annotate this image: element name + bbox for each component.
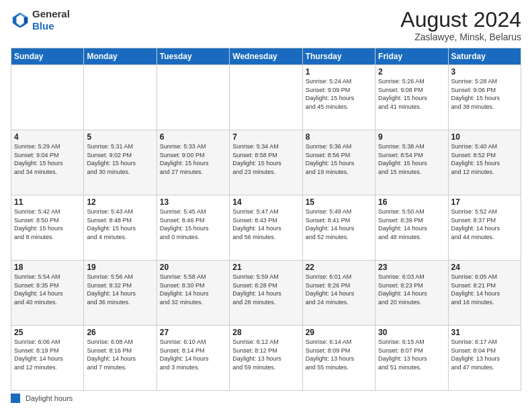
day-number: 8: [306, 132, 372, 142]
day-info: Sunrise: 5:58 AM Sunset: 8:30 PM Dayligh…: [160, 273, 226, 306]
calendar-cell: 25Sunrise: 6:06 AM Sunset: 8:19 PM Dayli…: [11, 326, 84, 391]
day-number: 28: [232, 328, 299, 337]
footer-label: Daylight hours: [26, 394, 73, 402]
day-info: Sunrise: 5:56 AM Sunset: 8:32 PM Dayligh…: [87, 273, 153, 306]
calendar-cell: 24Sunrise: 6:05 AM Sunset: 8:21 PM Dayli…: [448, 261, 521, 326]
calendar-cell: [230, 65, 302, 130]
calendar-table: SundayMondayTuesdayWednesdayThursdayFrid…: [11, 48, 521, 391]
day-number: 5: [87, 132, 153, 142]
day-number: 27: [160, 328, 226, 337]
day-number: 20: [160, 263, 226, 272]
day-number: 13: [160, 197, 226, 207]
header: General Blue August 2024 Zaslawye, Minsk…: [11, 8, 521, 42]
calendar-cell: 9Sunrise: 5:38 AM Sunset: 8:54 PM Daylig…: [375, 130, 448, 195]
day-info: Sunrise: 6:03 AM Sunset: 8:23 PM Dayligh…: [378, 273, 445, 306]
calendar-cell: 7Sunrise: 5:34 AM Sunset: 8:58 PM Daylig…: [230, 130, 302, 195]
footer: Daylight hours: [11, 394, 521, 403]
day-info: Sunrise: 5:47 AM Sunset: 8:43 PM Dayligh…: [232, 208, 299, 241]
day-info: Sunrise: 5:34 AM Sunset: 8:58 PM Dayligh…: [232, 142, 299, 176]
calendar-day-header: Saturday: [448, 48, 521, 65]
logo-icon: [11, 11, 30, 30]
day-number: 10: [451, 132, 518, 142]
day-info: Sunrise: 5:26 AM Sunset: 9:08 PM Dayligh…: [378, 77, 445, 111]
daylight-indicator: [11, 394, 20, 403]
calendar-week-row: 1Sunrise: 5:24 AM Sunset: 9:09 PM Daylig…: [11, 65, 521, 130]
day-info: Sunrise: 5:43 AM Sunset: 8:48 PM Dayligh…: [87, 208, 153, 241]
day-info: Sunrise: 6:01 AM Sunset: 8:26 PM Dayligh…: [306, 273, 372, 306]
day-info: Sunrise: 5:49 AM Sunset: 8:41 PM Dayligh…: [306, 208, 372, 241]
day-number: 7: [232, 132, 299, 142]
day-info: Sunrise: 6:12 AM Sunset: 8:12 PM Dayligh…: [232, 338, 299, 371]
day-number: 22: [306, 263, 372, 272]
day-number: 14: [232, 197, 299, 207]
subtitle: Zaslawye, Minsk, Belarus: [400, 32, 521, 42]
calendar-cell: 15Sunrise: 5:49 AM Sunset: 8:41 PM Dayli…: [302, 195, 375, 261]
day-info: Sunrise: 5:36 AM Sunset: 8:56 PM Dayligh…: [306, 142, 372, 176]
calendar-week-row: 11Sunrise: 5:42 AM Sunset: 8:50 PM Dayli…: [11, 195, 521, 261]
calendar-cell: 12Sunrise: 5:43 AM Sunset: 8:48 PM Dayli…: [84, 195, 157, 261]
calendar-cell: 2Sunrise: 5:26 AM Sunset: 9:08 PM Daylig…: [375, 65, 448, 130]
day-info: Sunrise: 6:14 AM Sunset: 8:09 PM Dayligh…: [306, 338, 372, 371]
day-number: 15: [306, 197, 372, 207]
calendar-day-header: Wednesday: [230, 48, 302, 65]
day-number: 21: [232, 263, 299, 272]
calendar-cell: 21Sunrise: 5:59 AM Sunset: 8:28 PM Dayli…: [230, 261, 302, 326]
calendar-cell: 5Sunrise: 5:31 AM Sunset: 9:02 PM Daylig…: [84, 130, 157, 195]
calendar-cell: 26Sunrise: 6:08 AM Sunset: 8:16 PM Dayli…: [84, 326, 157, 391]
calendar-cell: [84, 65, 157, 130]
day-number: 16: [378, 197, 445, 207]
logo: General Blue: [11, 8, 70, 32]
day-number: 18: [14, 263, 81, 272]
day-number: 29: [306, 328, 372, 337]
day-info: Sunrise: 6:05 AM Sunset: 8:21 PM Dayligh…: [451, 273, 518, 306]
main-title: August 2024: [400, 8, 521, 32]
day-info: Sunrise: 6:17 AM Sunset: 8:04 PM Dayligh…: [451, 338, 518, 371]
day-number: 12: [87, 197, 153, 207]
calendar-cell: 27Sunrise: 6:10 AM Sunset: 8:14 PM Dayli…: [157, 326, 229, 391]
day-number: 9: [378, 132, 445, 142]
calendar-cell: 14Sunrise: 5:47 AM Sunset: 8:43 PM Dayli…: [230, 195, 302, 261]
calendar-cell: 28Sunrise: 6:12 AM Sunset: 8:12 PM Dayli…: [230, 326, 302, 391]
calendar-week-row: 18Sunrise: 5:54 AM Sunset: 8:35 PM Dayli…: [11, 261, 521, 326]
calendar-week-row: 25Sunrise: 6:06 AM Sunset: 8:19 PM Dayli…: [11, 326, 521, 391]
day-info: Sunrise: 5:33 AM Sunset: 9:00 PM Dayligh…: [160, 142, 226, 176]
calendar-cell: 3Sunrise: 5:28 AM Sunset: 9:06 PM Daylig…: [448, 65, 521, 130]
calendar-cell: 6Sunrise: 5:33 AM Sunset: 9:00 PM Daylig…: [157, 130, 229, 195]
day-info: Sunrise: 5:40 AM Sunset: 8:52 PM Dayligh…: [451, 142, 518, 176]
day-number: 2: [378, 67, 445, 77]
calendar-cell: 23Sunrise: 6:03 AM Sunset: 8:23 PM Dayli…: [375, 261, 448, 326]
day-number: 25: [14, 328, 81, 337]
calendar-cell: 31Sunrise: 6:17 AM Sunset: 8:04 PM Dayli…: [448, 326, 521, 391]
day-info: Sunrise: 6:06 AM Sunset: 8:19 PM Dayligh…: [14, 338, 81, 371]
logo-text: General Blue: [32, 8, 70, 32]
day-number: 3: [451, 67, 518, 77]
calendar-week-row: 4Sunrise: 5:29 AM Sunset: 9:04 PM Daylig…: [11, 130, 521, 195]
day-info: Sunrise: 6:15 AM Sunset: 8:07 PM Dayligh…: [378, 338, 445, 371]
day-number: 19: [87, 263, 153, 272]
calendar-cell: 10Sunrise: 5:40 AM Sunset: 8:52 PM Dayli…: [448, 130, 521, 195]
day-number: 6: [160, 132, 226, 142]
day-number: 23: [378, 263, 445, 272]
day-info: Sunrise: 6:08 AM Sunset: 8:16 PM Dayligh…: [87, 338, 153, 371]
calendar-cell: 4Sunrise: 5:29 AM Sunset: 9:04 PM Daylig…: [11, 130, 84, 195]
day-info: Sunrise: 5:24 AM Sunset: 9:09 PM Dayligh…: [306, 77, 372, 111]
calendar-cell: 8Sunrise: 5:36 AM Sunset: 8:56 PM Daylig…: [302, 130, 375, 195]
day-info: Sunrise: 5:50 AM Sunset: 8:39 PM Dayligh…: [378, 208, 445, 241]
calendar-cell: 22Sunrise: 6:01 AM Sunset: 8:26 PM Dayli…: [302, 261, 375, 326]
day-number: 11: [14, 197, 81, 207]
calendar-day-header: Monday: [84, 48, 157, 65]
calendar-day-header: Sunday: [11, 48, 84, 65]
day-number: 30: [378, 328, 445, 337]
day-info: Sunrise: 5:38 AM Sunset: 8:54 PM Dayligh…: [378, 142, 445, 176]
calendar-day-header: Tuesday: [157, 48, 229, 65]
day-number: 26: [87, 328, 153, 337]
calendar-body: 1Sunrise: 5:24 AM Sunset: 9:09 PM Daylig…: [11, 65, 521, 391]
svg-marker-2: [24, 17, 28, 23]
day-number: 31: [451, 328, 518, 337]
calendar-cell: 29Sunrise: 6:14 AM Sunset: 8:09 PM Dayli…: [302, 326, 375, 391]
calendar-cell: 13Sunrise: 5:45 AM Sunset: 8:46 PM Dayli…: [157, 195, 229, 261]
day-info: Sunrise: 5:45 AM Sunset: 8:46 PM Dayligh…: [160, 208, 226, 241]
day-info: Sunrise: 5:42 AM Sunset: 8:50 PM Dayligh…: [14, 208, 81, 241]
day-info: Sunrise: 5:52 AM Sunset: 8:37 PM Dayligh…: [451, 208, 518, 241]
calendar-cell: 19Sunrise: 5:56 AM Sunset: 8:32 PM Dayli…: [84, 261, 157, 326]
